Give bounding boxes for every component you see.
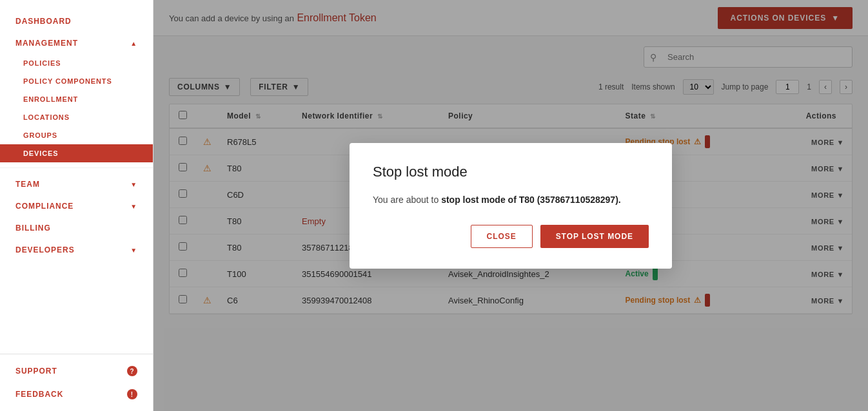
sidebar-item-support[interactable]: SUPPORT ? [0, 359, 153, 383]
sidebar-item-dashboard[interactable]: DASHBOARD [0, 10, 153, 32]
sidebar-item-locations[interactable]: LOCATIONS [0, 108, 153, 126]
modal-body: You are about to stop lost mode of T80 (… [373, 193, 649, 207]
chevron-down-icon: ▼ [130, 181, 137, 188]
sidebar-item-policy-components[interactable]: POLICY COMPONENTS [0, 72, 153, 90]
chevron-up-icon: ▲ [130, 40, 137, 47]
support-badge: ? [127, 366, 137, 376]
sidebar-item-developers[interactable]: DEVELOPERS ▼ [0, 239, 153, 261]
feedback-badge: ! [127, 389, 137, 399]
sidebar-item-groups[interactable]: GROUPS [0, 126, 153, 144]
sidebar-item-billing[interactable]: BILLING [0, 217, 153, 239]
chevron-down-icon: ▼ [130, 247, 137, 254]
chevron-down-icon: ▼ [130, 203, 137, 210]
sidebar-item-compliance[interactable]: COMPLIANCE ▼ [0, 195, 153, 217]
modal-title: Stop lost mode [373, 164, 649, 180]
modal-body-bold: stop lost mode of T80 (357867110528297). [441, 195, 621, 205]
main-content: You can add a device by using an Enrollm… [153, 0, 868, 411]
sidebar-item-policies[interactable]: POLICIES [0, 54, 153, 72]
sidebar-item-enrollment[interactable]: ENROLLMENT [0, 90, 153, 108]
modal-footer: CLOSE STOP LOST MODE [373, 225, 649, 248]
close-button[interactable]: CLOSE [471, 225, 533, 248]
sidebar-item-feedback[interactable]: FEEDBACK ! [0, 383, 153, 406]
stop-lost-mode-modal: Stop lost mode You are about to stop los… [350, 143, 672, 269]
sidebar-item-team[interactable]: TEAM ▼ [0, 173, 153, 195]
sidebar: DASHBOARD MANAGEMENT ▲ POLICIES POLICY C… [0, 0, 153, 411]
stop-lost-mode-button[interactable]: STOP LOST MODE [540, 225, 649, 248]
modal-overlay[interactable]: Stop lost mode You are about to stop los… [153, 0, 868, 411]
sidebar-item-management[interactable]: MANAGEMENT ▲ [0, 32, 153, 54]
sidebar-item-devices[interactable]: DEVICES [0, 144, 153, 162]
modal-body-before: You are about to [373, 195, 439, 205]
